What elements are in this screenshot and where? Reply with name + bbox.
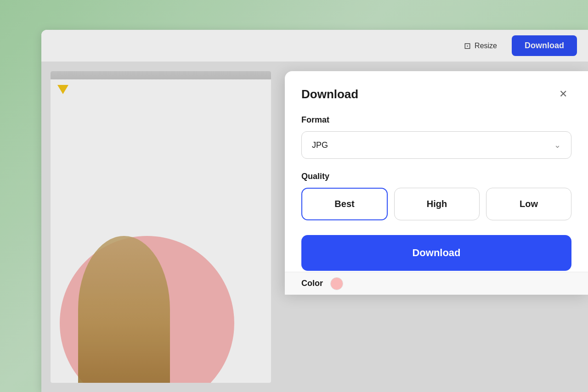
download-main-label: Download	[412, 247, 460, 258]
quality-section-label: Quality	[301, 172, 571, 181]
format-dropdown-wrapper: JPG ⌄	[301, 131, 571, 159]
color-section-label: Color	[301, 279, 323, 288]
format-dropdown[interactable]: JPG ⌄	[301, 131, 571, 159]
color-section-hint: Color	[285, 272, 588, 295]
quality-options-group: Best High Low	[301, 188, 571, 220]
format-section-label: Format	[301, 115, 571, 125]
quality-low-button[interactable]: Low	[486, 188, 571, 220]
format-selected-value: JPG	[312, 140, 328, 150]
quality-low-label: Low	[520, 199, 538, 209]
chevron-down-icon: ⌄	[554, 140, 561, 150]
modal-header: Download ✕	[301, 86, 571, 102]
quality-high-button[interactable]: High	[394, 188, 480, 220]
format-section: Format JPG ⌄	[301, 115, 571, 159]
modal-close-button[interactable]: ✕	[555, 86, 571, 102]
modal-title: Download	[301, 87, 358, 101]
quality-high-label: High	[427, 199, 447, 209]
color-swatch-pink[interactable]	[330, 277, 343, 290]
quality-section: Quality Best High Low	[301, 172, 571, 220]
download-modal: Download ✕ Format JPG ⌄ Quality Best Hig…	[285, 71, 588, 295]
quality-best-label: Best	[334, 199, 354, 209]
download-main-button[interactable]: Download	[301, 235, 571, 271]
quality-best-button[interactable]: Best	[301, 188, 388, 220]
close-icon: ✕	[559, 88, 567, 100]
